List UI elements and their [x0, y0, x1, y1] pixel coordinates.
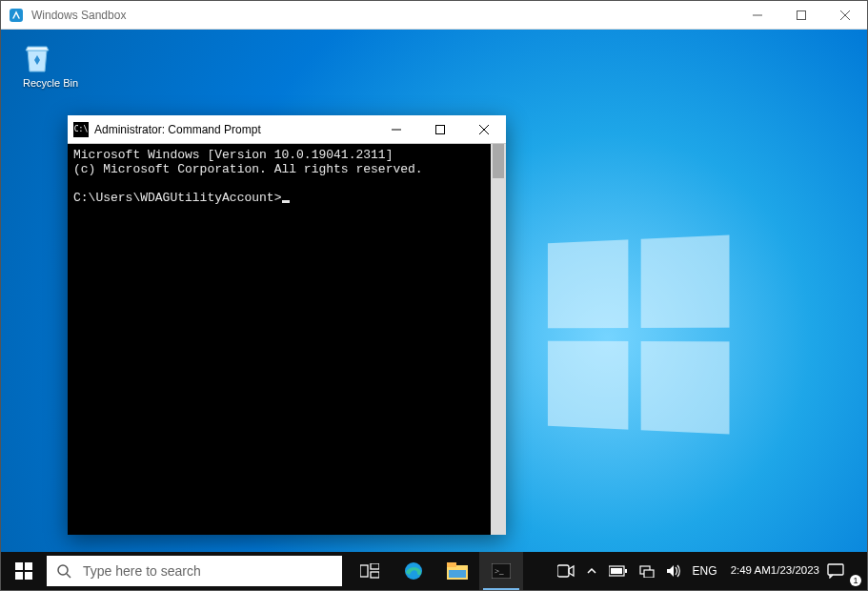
taskbar: Type here to search >_	[1, 552, 867, 590]
svg-rect-10	[25, 562, 32, 570]
recycle-bin-label: Recycle Bin	[18, 77, 83, 89]
cmd-window-title: Administrator: Command Prompt	[94, 123, 374, 136]
svg-rect-24	[557, 565, 569, 577]
cmd-output-line1: Microsoft Windows [Version 10.0.19041.23…	[73, 148, 393, 162]
svg-rect-9	[15, 562, 23, 570]
svg-rect-21	[449, 570, 466, 578]
windows-logo-wallpaper	[548, 234, 730, 434]
cmd-title-icon: C:\	[73, 122, 89, 137]
svg-rect-30	[828, 564, 843, 575]
tray-meet-now-icon[interactable]	[552, 552, 580, 590]
tray-date: 1/23/2023	[771, 564, 819, 577]
svg-rect-20	[447, 562, 456, 567]
host-maximize-button[interactable]	[779, 1, 823, 29]
tray-time: 2:49 AM	[731, 564, 771, 577]
cmd-cursor	[282, 200, 290, 203]
svg-rect-15	[360, 565, 368, 577]
sandbox-app-icon	[9, 8, 24, 23]
recycle-bin-icon	[18, 39, 83, 77]
cmd-minimize-button[interactable]	[374, 115, 418, 143]
host-window-titlebar: Windows Sandbox	[1, 1, 867, 30]
tray-chevron-up-icon[interactable]	[580, 552, 603, 590]
search-icon	[56, 563, 71, 579]
cmd-scrollbar-thumb[interactable]	[493, 144, 504, 178]
system-tray: ENG 2:49 AM 1/23/2023 1	[552, 552, 867, 590]
tray-clock[interactable]: 2:49 AM 1/23/2023	[723, 552, 827, 590]
host-window-title: Windows Sandbox	[31, 9, 736, 22]
svg-text:>_: >_	[495, 566, 504, 576]
tray-battery-icon[interactable]	[603, 552, 634, 590]
svg-rect-17	[371, 572, 379, 578]
recycle-bin-desktop-icon[interactable]: Recycle Bin	[18, 39, 83, 89]
svg-rect-16	[371, 563, 379, 569]
action-center-badge: 1	[850, 575, 861, 586]
task-view-button[interactable]	[348, 552, 392, 590]
cmd-prompt: C:\Users\WDAGUtilityAccount>	[73, 191, 281, 205]
cmd-titlebar[interactable]: C:\ Administrator: Command Prompt	[68, 115, 506, 144]
cmd-close-button[interactable]	[462, 115, 506, 143]
command-prompt-window[interactable]: C:\ Administrator: Command Prompt Micros…	[68, 115, 506, 535]
svg-rect-0	[10, 9, 23, 22]
svg-line-14	[67, 574, 71, 578]
tray-network-icon[interactable]	[634, 552, 660, 590]
taskbar-app-command-prompt[interactable]: >_	[479, 552, 523, 590]
sandbox-desktop[interactable]: Recycle Bin C:\ Administrator: Command P…	[1, 30, 867, 590]
svg-rect-6	[436, 125, 445, 133]
cmd-maximize-button[interactable]	[418, 115, 462, 143]
cmd-output-line2: (c) Microsoft Corporation. All rights re…	[73, 162, 423, 176]
tray-action-center[interactable]: 1	[827, 563, 863, 579]
host-close-button[interactable]	[823, 1, 867, 29]
svg-rect-12	[25, 572, 32, 580]
cmd-terminal-body[interactable]: Microsoft Windows [Version 10.0.19041.23…	[68, 144, 506, 535]
svg-rect-11	[15, 572, 23, 580]
host-window-controls	[736, 1, 867, 29]
host-minimize-button[interactable]	[736, 1, 779, 29]
taskbar-app-edge[interactable]	[392, 552, 435, 590]
cmd-scrollbar[interactable]	[491, 144, 506, 535]
svg-rect-26	[625, 569, 627, 573]
svg-point-13	[58, 565, 68, 575]
tray-volume-icon[interactable]	[660, 552, 687, 590]
svg-rect-29	[644, 570, 654, 578]
search-placeholder: Type here to search	[83, 563, 201, 579]
tray-language-indicator[interactable]: ENG	[687, 552, 723, 590]
taskbar-pinned-apps: >_	[348, 552, 523, 590]
svg-rect-2	[797, 10, 806, 19]
taskbar-search-box[interactable]: Type here to search	[47, 556, 342, 586]
svg-rect-27	[611, 568, 622, 574]
cmd-window-controls	[374, 115, 506, 143]
taskbar-app-file-explorer[interactable]	[435, 552, 479, 590]
start-button[interactable]	[1, 552, 47, 590]
